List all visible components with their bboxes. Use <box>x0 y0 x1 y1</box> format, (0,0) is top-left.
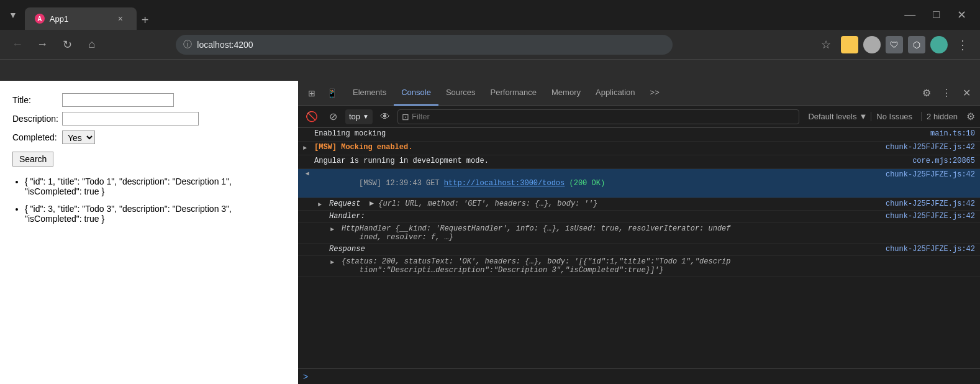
console-text: HttpHandler {__kind: 'RequestHandler', i… <box>342 224 975 242</box>
description-input[interactable] <box>62 112 199 126</box>
title-row: Title: <box>12 93 286 107</box>
secure-icon: ⓘ <box>183 39 192 50</box>
console-line-selected[interactable]: ▼ [MSW] 12:39:43 GET http://localhost:30… <box>298 169 980 198</box>
tab-memory[interactable]: Memory <box>544 81 588 106</box>
block-btn[interactable]: ⊘ <box>324 108 342 126</box>
console-source-link[interactable]: chunk-J25FJFZE.js:42 <box>886 212 975 221</box>
filter-input[interactable] <box>409 112 795 121</box>
console-source-link[interactable]: main.ts:10 <box>930 129 975 138</box>
completed-select[interactable]: Yes No <box>62 130 95 144</box>
line-arrow <box>318 247 325 254</box>
console-text: Angular is running in development mode. <box>314 157 912 165</box>
devtools-tab-bar: ⊞ 📱 Elements Console Sources Performance… <box>298 81 980 106</box>
console-text: [MSW] Mocking enabled. <box>314 143 886 152</box>
console-source-link[interactable]: core.mjs:20865 <box>912 157 975 165</box>
line-arrow[interactable]: ► <box>303 145 311 152</box>
line-arrow <box>303 131 311 138</box>
tab-application[interactable]: Application <box>588 81 643 106</box>
devtools-panel: ⊞ 📱 Elements Console Sources Performance… <box>298 81 980 384</box>
hidden-count-label: 2 hidden <box>921 112 963 121</box>
reload-btn[interactable]: ↻ <box>57 35 77 55</box>
console-subline: ► {status: 200, statusText: 'OK', header… <box>298 256 980 277</box>
app-panel: Title: Description: Completed: Yes No Se… <box>0 81 298 384</box>
console-line: Enabling mocking main.ts:10 <box>298 128 980 142</box>
console-source-link[interactable]: chunk-J25FJFZE.js:42 <box>886 199 975 209</box>
line-arrow <box>318 214 325 221</box>
tab-dropdown-btn[interactable]: ▼ <box>6 7 20 22</box>
tab-close-btn[interactable]: × <box>114 12 127 25</box>
console-line: ► [MSW] Mocking enabled. chunk-J25FJFZE.… <box>298 142 980 155</box>
request-url-link[interactable]: http://localhost:3000/todos <box>444 179 565 188</box>
address-bar[interactable]: ⓘ localhost:4200 <box>176 35 673 55</box>
maximize-btn[interactable]: □ <box>925 6 947 24</box>
console-bottom-bar: > <box>298 368 980 384</box>
browser-tab-app1[interactable]: A App1 × <box>25 7 137 30</box>
devtools-device-icon[interactable]: 📱 <box>323 85 340 102</box>
filter-area: ⊡ <box>397 109 799 124</box>
tab-title: App1 <box>50 14 109 24</box>
devtools-toolbar: 🚫 ⊘ top ▼ 👁 ⊡ Default levels ▼ No Issues… <box>298 106 980 128</box>
bookmark-icon[interactable]: ☆ <box>816 35 836 55</box>
console-subline: ► Request ► {url: URL, method: 'GET', he… <box>298 198 980 211</box>
new-tab-btn[interactable]: + <box>137 11 154 30</box>
console-source-link[interactable]: chunk-J25FJFZE.js:42 <box>886 143 975 152</box>
console-subline: Response chunk-J25FJFZE.js:42 <box>298 244 980 256</box>
tab-favicon: A <box>35 14 45 24</box>
line-arrow[interactable]: ► <box>318 201 325 209</box>
line-arrow[interactable]: ► <box>330 226 338 242</box>
close-btn[interactable]: ✕ <box>950 6 974 24</box>
console-text: {status: 200, statusText: 'OK', headers:… <box>342 257 975 275</box>
extension-yellow-icon[interactable] <box>841 36 858 53</box>
completed-label: Completed: <box>12 132 62 142</box>
top-dropdown-icon: ▼ <box>363 113 369 120</box>
tab-sources[interactable]: Sources <box>438 81 483 106</box>
completed-row: Completed: Yes No <box>12 130 286 144</box>
description-label: Description: <box>12 114 62 124</box>
devtools-close-icon[interactable]: ✕ <box>958 85 975 102</box>
address-text: localhost:4200 <box>197 40 665 50</box>
extension-purple-icon[interactable] <box>863 36 881 53</box>
line-expand-arrow[interactable]: ▼ <box>304 172 311 180</box>
console-text: [MSW] 12:39:43 GET http://localhost:3000… <box>314 170 886 196</box>
tab-performance[interactable]: Performance <box>483 81 544 106</box>
tab-elements[interactable]: Elements <box>345 81 394 106</box>
no-issues-label: No Issues <box>871 112 917 121</box>
line-arrow <box>303 158 311 165</box>
devtools-settings-icon[interactable]: ⚙ <box>918 85 935 102</box>
description-row: Description: <box>12 112 286 126</box>
console-subline: Handler: chunk-J25FJFZE.js:42 <box>298 211 980 223</box>
extension-shield-icon[interactable]: 🛡 <box>886 36 903 53</box>
list-item: { "id": 3, "title": "Todo 3", "descripti… <box>25 204 286 224</box>
console-settings-btn[interactable]: ⚙ <box>966 111 975 122</box>
home-btn[interactable]: ⌂ <box>82 35 102 55</box>
forward-btn[interactable]: → <box>32 35 52 55</box>
title-input[interactable] <box>62 93 174 107</box>
search-button[interactable]: Search <box>12 152 53 167</box>
line-arrow[interactable]: ► <box>330 259 338 275</box>
user-avatar[interactable] <box>930 36 948 53</box>
console-subline: ► HttpHandler {__kind: 'RequestHandler',… <box>298 223 980 244</box>
top-label: top <box>349 112 360 121</box>
console-source-link[interactable]: chunk-J25FJFZE.js:42 <box>886 245 975 254</box>
console-text: Handler: <box>329 212 886 221</box>
list-item: { "id": 1, "title": "Todo 1", "descripti… <box>25 176 286 196</box>
eye-btn[interactable]: 👁 <box>376 108 394 126</box>
bottom-arrow-icon[interactable]: > <box>303 372 308 382</box>
clear-console-btn[interactable]: 🚫 <box>303 108 320 126</box>
back-btn[interactable]: ← <box>7 35 27 55</box>
console-text: Enabling mocking <box>314 129 930 138</box>
console-output: Enabling mocking main.ts:10 ► [MSW] Mock… <box>298 128 980 368</box>
tab-console[interactable]: Console <box>394 81 438 106</box>
console-text: Response <box>329 245 886 254</box>
tab-more[interactable]: >> <box>643 81 667 106</box>
default-levels-btn[interactable]: Default levels ▼ <box>808 112 867 121</box>
menu-btn[interactable]: ⋮ <box>953 35 973 55</box>
top-selector[interactable]: top ▼ <box>345 109 373 124</box>
devtools-inspect-icon[interactable]: ⊞ <box>303 85 320 102</box>
minimize-btn[interactable]: — <box>897 6 923 24</box>
console-source-link[interactable]: chunk-J25FJFZE.js:42 <box>886 170 975 179</box>
title-label: Title: <box>12 95 62 105</box>
results-list: { "id": 1, "title": "Todo 1", "descripti… <box>12 176 286 224</box>
extension-puzzle-icon[interactable]: ⬡ <box>908 36 925 53</box>
devtools-more-icon[interactable]: ⋮ <box>938 85 955 102</box>
